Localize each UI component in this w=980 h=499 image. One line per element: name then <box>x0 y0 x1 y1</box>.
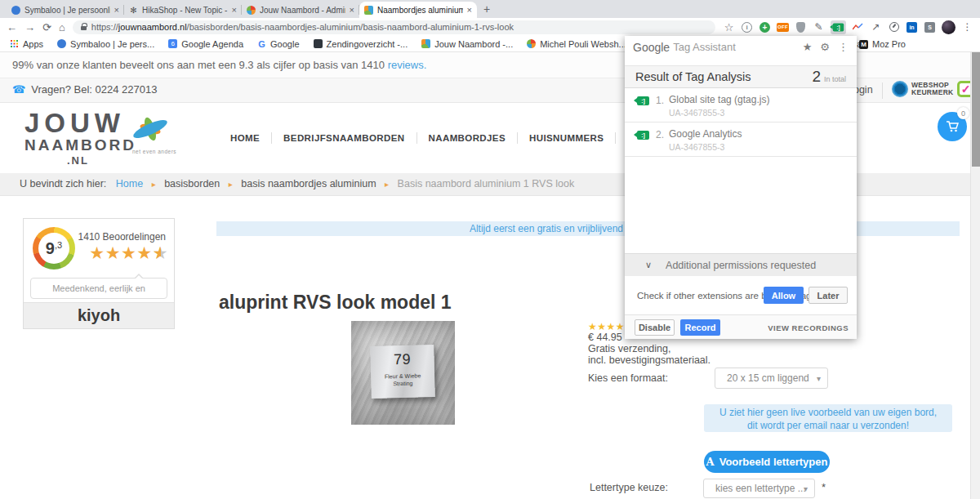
tab-tools-extension-icon[interactable]: ↗ <box>870 21 882 33</box>
symbaloo-favicon <box>11 6 20 15</box>
chrome-menu-icon[interactable]: ⋮ <box>961 21 973 33</box>
disable-button[interactable]: Disable <box>635 319 675 336</box>
off-badge-extension-icon[interactable]: OFF <box>777 23 789 32</box>
product-image[interactable]: 79 Fleur & Wiebe Strating <box>351 321 455 425</box>
nav-home[interactable]: HOME <box>219 133 271 143</box>
popup-footer: Disable Record VIEW RECORDINGS <box>625 314 857 339</box>
breadcrumb-current: Basis naambord aluminium 1 RVS look <box>398 178 575 189</box>
chevron-down-icon: ▾ <box>804 484 808 493</box>
nav-bedrijfsnaamborden[interactable]: BEDRIJFSNAAMBORDEN <box>272 133 416 143</box>
breadcrumb-arrow-icon: ▸ <box>379 180 394 189</box>
record-button[interactable]: Record <box>680 319 720 336</box>
preview-info-box: U ziet hier geen live voorbeeld van uw e… <box>704 404 952 432</box>
google-g-icon: G <box>257 39 266 48</box>
tab-close-icon[interactable]: × <box>350 6 354 15</box>
kiyoh-brand: kiyoh <box>24 302 174 328</box>
joomla-favicon <box>247 6 256 15</box>
bookmark-star-icon[interactable]: ☆ <box>723 21 735 33</box>
format-label: Kies een formaat: <box>588 372 668 384</box>
font-preview-button[interactable]: A Voorbeeld lettertypen <box>704 451 830 473</box>
nav-huisnummers[interactable]: HUISNUMMERS <box>518 133 615 143</box>
tag-list-item[interactable]: :] 1. Global site tag (gtag.js) UA-34678… <box>625 88 857 123</box>
later-button[interactable]: Later <box>808 287 848 304</box>
tab-close-icon[interactable]: × <box>467 6 472 15</box>
font-select[interactable]: kies een lettertype ... ▾ <box>703 479 815 498</box>
breadcrumb-basisborden[interactable]: basisborden <box>164 178 220 189</box>
linkedin-extension-icon[interactable]: in <box>906 22 917 33</box>
tag-assistant-extension-icon[interactable]: :] <box>831 20 846 34</box>
site-logo[interactable]: JOUW NAAMBORD .NL <box>24 109 136 168</box>
allow-button[interactable]: Allow <box>764 287 804 304</box>
bookmark-michel-pouli[interactable]: Michel Pouli Websh... <box>527 39 626 49</box>
bookmark-moz-pro[interactable]: MMoz Pro <box>859 36 906 52</box>
home-button[interactable]: ⌂ <box>59 22 65 33</box>
tab-close-icon[interactable]: × <box>232 6 237 15</box>
breadcrumb-arrow-icon: ▸ <box>223 180 238 189</box>
page-scrollbar[interactable] <box>970 52 980 499</box>
plate-name-line2: Strating <box>393 381 412 387</box>
s-extension-icon[interactable]: S <box>924 22 935 33</box>
shield-extension-icon[interactable] <box>796 22 805 33</box>
review-banner-text: 99% van onze klanten beveelt ons aan met… <box>12 59 385 71</box>
moz-icon: M <box>859 40 868 49</box>
tab-naambordjes-active[interactable]: Naambordjes aluminium basis m × <box>359 2 477 18</box>
bookmark-jouw-naambord[interactable]: Jouw Naambord -... <box>421 39 513 49</box>
info-extension-icon[interactable]: i <box>742 22 752 33</box>
browser-window: Symbaloo | Je persoonlijke Startp × ✻ Hi… <box>0 0 980 499</box>
breadcrumb-categorie[interactable]: basis naambordjes aluminium <box>241 178 376 189</box>
breadcrumb-label: U bevindt zich hier: <box>20 178 106 189</box>
required-asterisk: * <box>822 481 826 493</box>
tab-administratie[interactable]: Jouw Naambord - Administratie × <box>242 2 359 18</box>
back-button[interactable]: ← <box>7 22 17 33</box>
tab-title: Symbaloo | Je persoonlijke Startp <box>24 6 110 15</box>
bookmark-apps[interactable]: Apps <box>10 39 43 49</box>
reload-button[interactable]: ⟳ <box>42 22 51 33</box>
result-count-label: In total <box>824 75 846 83</box>
hikashop-favicon: ✻ <box>129 6 138 15</box>
star-icon: ★ <box>588 321 597 332</box>
rate-star-icon[interactable]: ★ <box>803 41 813 53</box>
add-extension-icon[interactable]: + <box>760 22 770 33</box>
tab-title: Jouw Naambord - Administratie <box>260 6 345 15</box>
logo-tagline: net even anders <box>132 149 176 154</box>
profile-avatar[interactable] <box>942 20 956 34</box>
result-header: Result of Tag Analysis 2 In total <box>625 65 857 88</box>
new-tab-button[interactable]: + <box>483 3 490 15</box>
scrollbar-thumb[interactable] <box>972 52 980 167</box>
bookmark-symbaloo[interactable]: Symbaloo | Je pers... <box>57 39 154 49</box>
bookmark-zendingoverzicht[interactable]: Zendingoverzicht -... <box>314 39 408 49</box>
gear-icon[interactable]: ⚙ <box>820 41 830 53</box>
nav-naambordjes[interactable]: NAAMBORDJES <box>417 133 518 143</box>
kiyoh-score-ring: 9,3 <box>33 227 75 270</box>
plate-number: 79 <box>370 350 434 369</box>
tab-symbaloo[interactable]: Symbaloo | Je persoonlijke Startp × <box>7 2 124 18</box>
bookmark-google[interactable]: GGoogle <box>257 39 299 49</box>
popup-menu-icon[interactable]: ⋮ <box>838 41 849 53</box>
lock-icon <box>81 26 87 30</box>
kiyoh-quote: Meedenkend, eerlijk en betrouwbaar! <box>30 278 167 299</box>
shipping-info-line2: incl. bevestigingsmateriaal. <box>588 354 710 366</box>
view-recordings-link[interactable]: VIEW RECORDINGS <box>768 323 849 332</box>
reviews-link[interactable]: reviews. <box>388 59 427 71</box>
breadcrumb-home[interactable]: Home <box>109 178 143 189</box>
analytics-extension-icon[interactable] <box>852 21 864 33</box>
product-price: € 44.95 <box>588 332 622 343</box>
tag-list-item[interactable]: :] 2. Google Analytics UA-3467855-3 <box>625 123 857 157</box>
star-icon: ★ <box>136 243 152 262</box>
tab-hikashop[interactable]: ✻ HikaShop - New Topic - HikaSho × <box>124 2 242 18</box>
green-tag-icon: :] <box>637 131 649 140</box>
star-icon: ★ <box>89 243 105 262</box>
eyedropper-extension-icon[interactable]: ✎ <box>813 21 825 33</box>
gauge-extension-icon[interactable] <box>889 22 899 32</box>
tag-name: Google Analytics <box>669 129 742 139</box>
webshop-keurmerk-badge[interactable]: WEBSHOPKEURMERK ✓ <box>892 81 975 97</box>
forward-button[interactable]: → <box>24 22 35 33</box>
permissions-section[interactable]: ∨ Additional permissions requested <box>625 253 857 276</box>
bookmark-google-agenda[interactable]: 6Google Agenda <box>168 39 243 49</box>
chevron-down-icon: ∨ <box>645 260 652 270</box>
url-input[interactable]: https://jouwnaambord.nl/basisborden/basi… <box>73 20 715 34</box>
tab-close-icon[interactable]: × <box>114 6 119 15</box>
format-select[interactable]: 20 x 15 cm liggend ▾ <box>715 368 828 389</box>
kiyoh-review-widget[interactable]: 9,3 1410 Beoordelingen ★★★★★★ Meedenkend… <box>23 218 175 329</box>
extension-row: ☆ i + OFF ✎ :] ↗ in S ⋮ <box>723 20 973 34</box>
